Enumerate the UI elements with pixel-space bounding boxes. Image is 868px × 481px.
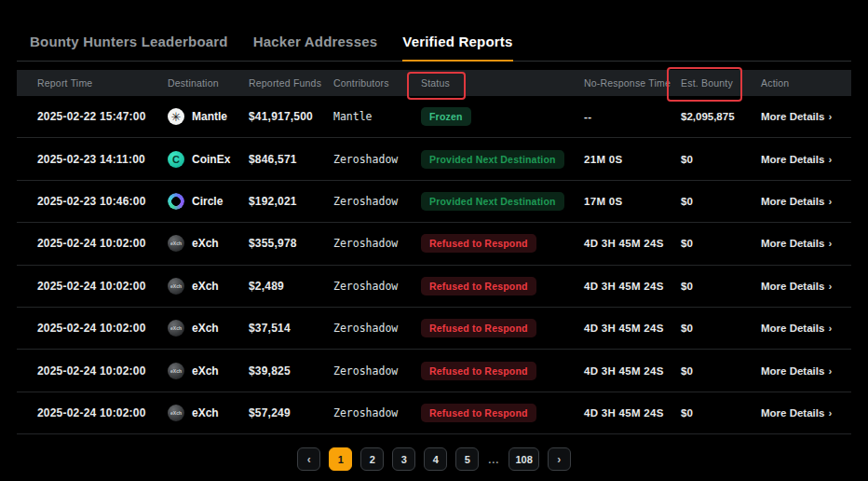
column-header-status: Status [421, 77, 584, 89]
exch-icon [168, 320, 184, 337]
column-header-reported-funds: Reported Funds [249, 77, 333, 89]
pagination-page-2[interactable]: 2 [360, 447, 384, 471]
destination-name: Circle [192, 195, 223, 208]
no-response-time: 17M 0S [584, 196, 681, 207]
more-details-link[interactable]: More Details› [761, 154, 832, 165]
more-details-link[interactable]: More Details› [761, 111, 832, 122]
chevron-right-icon: › [828, 365, 832, 377]
reported-funds: $2,489 [249, 280, 333, 293]
tab-verified-reports[interactable]: Verified Reports [402, 34, 512, 61]
column-header-est-bounty: Est. Bounty [681, 77, 761, 89]
more-details-link[interactable]: More Details› [761, 196, 832, 207]
est-bounty: $0 [681, 196, 761, 207]
contributor-name: Zeroshadow [333, 195, 421, 208]
tab-bounty-hunters-leaderboard[interactable]: Bounty Hunters Leaderboard [30, 34, 228, 61]
table-row: 2025-02-24 10:02:00 eXch $37,514 Zerosha… [17, 308, 851, 350]
status-badge: Refused to Respond [421, 234, 536, 253]
mantle-icon [168, 108, 184, 125]
chevron-right-icon: › [828, 281, 832, 292]
column-header-action: Action [761, 77, 831, 89]
destination-cell: Circle [168, 193, 249, 210]
pagination: ‹12345...108› [17, 447, 851, 471]
chevron-right-icon: › [828, 111, 832, 122]
pagination-next-button[interactable]: › [548, 447, 571, 471]
table-row: 2025-02-22 15:47:00 Mantle $41,917,500 M… [17, 96, 851, 138]
no-response-time: 4D 3H 45M 24S [584, 281, 681, 292]
status-cell: Refused to Respond [421, 234, 584, 253]
est-bounty: $0 [681, 281, 761, 292]
status-badge: Refused to Respond [421, 319, 536, 337]
contributor-name: Zeroshadow [333, 322, 421, 335]
status-cell: Refused to Respond [421, 319, 584, 337]
more-details-link[interactable]: More Details› [761, 407, 832, 419]
status-cell: Provided Next Destination [421, 192, 584, 211]
reported-funds: $37,514 [249, 322, 333, 335]
status-badge: Frozen [421, 107, 471, 126]
more-details-link[interactable]: More Details› [761, 365, 832, 377]
pagination-page-1[interactable]: 1 [329, 447, 352, 471]
exch-icon [168, 363, 184, 379]
table-row: 2025-02-24 10:02:00 eXch $355,978 Zerosh… [17, 223, 851, 265]
reported-funds: $41,917,500 [249, 110, 333, 123]
status-cell: Provided Next Destination [421, 150, 584, 169]
more-details-link[interactable]: More Details› [761, 281, 832, 292]
tab-hacker-addresses[interactable]: Hacker Addresses [253, 34, 378, 61]
reported-funds: $57,249 [249, 406, 333, 419]
est-bounty: $0 [681, 365, 761, 377]
circle-icon [168, 193, 184, 210]
pagination-ellipsis: ... [487, 454, 500, 465]
pagination-page-5[interactable]: 5 [455, 447, 479, 471]
status-cell: Refused to Respond [421, 404, 584, 422]
est-bounty: $2,095,875 [681, 111, 761, 122]
status-cell: Frozen [421, 107, 584, 126]
destination-cell: eXch [168, 278, 249, 295]
more-details-link[interactable]: More Details› [761, 323, 832, 334]
no-response-time: -- [584, 111, 681, 122]
status-badge: Refused to Respond [421, 362, 536, 380]
report-time: 2025-02-24 10:02:00 [37, 406, 168, 419]
pagination-page-108[interactable]: 108 [509, 447, 538, 471]
report-time: 2025-02-23 14:11:00 [37, 153, 168, 166]
exch-icon [168, 278, 184, 295]
destination-cell: Mantle [168, 108, 249, 125]
contributor-name: Zeroshadow [333, 237, 421, 250]
no-response-time: 4D 3H 45M 24S [584, 238, 681, 249]
est-bounty: $0 [681, 323, 761, 334]
status-badge: Refused to Respond [421, 277, 536, 295]
reported-funds: $355,978 [249, 237, 333, 250]
chevron-right-icon: › [828, 154, 832, 165]
report-time: 2025-02-23 10:46:00 [37, 195, 168, 208]
reported-funds: $39,825 [249, 364, 333, 378]
status-cell: Refused to Respond [421, 362, 584, 380]
destination-cell: eXch [168, 235, 249, 252]
more-details-link[interactable]: More Details› [761, 238, 832, 249]
destination-name: Mantle [192, 110, 227, 123]
pagination-page-4[interactable]: 4 [424, 447, 447, 471]
destination-name: CoinEx [192, 153, 230, 166]
contributor-name: Mantle [333, 110, 421, 123]
chevron-right-icon: › [828, 323, 832, 334]
exch-icon [168, 405, 184, 421]
status-badge: Refused to Respond [421, 404, 536, 422]
column-header-report-time: Report Time [37, 77, 168, 89]
reported-funds: $192,021 [249, 195, 333, 208]
est-bounty: $0 [681, 238, 761, 249]
table-row: 2025-02-23 14:11:00 CoinEx $846,571 Zero… [17, 138, 851, 180]
pagination-prev-button[interactable]: ‹ [297, 447, 320, 471]
no-response-time: 4D 3H 45M 24S [584, 365, 681, 377]
tab-bar: Bounty Hunters Leaderboard Hacker Addres… [17, 0, 851, 62]
coinex-icon [168, 151, 184, 168]
report-time: 2025-02-24 10:02:00 [37, 364, 168, 378]
reported-funds: $846,571 [249, 153, 333, 166]
no-response-time: 21M 0S [584, 154, 681, 165]
contributor-name: Zeroshadow [333, 153, 421, 166]
destination-cell: CoinEx [168, 151, 249, 168]
contributor-name: Zeroshadow [333, 406, 421, 419]
est-bounty: $0 [681, 154, 761, 165]
pagination-page-3[interactable]: 3 [392, 447, 415, 471]
status-badge: Provided Next Destination [421, 192, 564, 211]
est-bounty: $0 [681, 407, 761, 419]
chevron-right-icon: › [828, 238, 832, 249]
destination-name: eXch [192, 237, 219, 250]
exch-icon [168, 235, 184, 252]
